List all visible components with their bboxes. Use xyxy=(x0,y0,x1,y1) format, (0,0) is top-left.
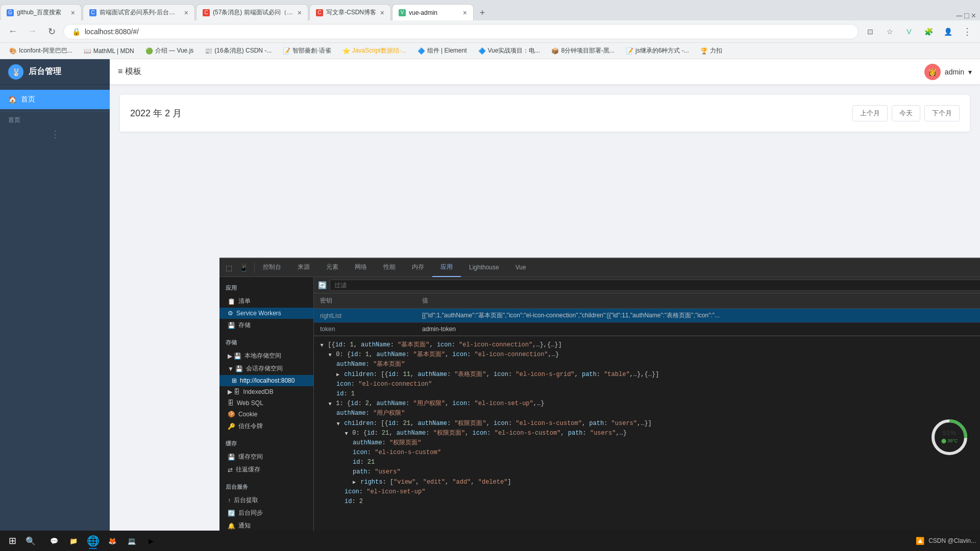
devtools-tab-sources[interactable]: 来源 xyxy=(289,259,318,277)
tab-github[interactable]: G github_百度搜索 × xyxy=(0,4,82,20)
devtools-tab-lighthouse[interactable]: Lighthouse xyxy=(461,259,507,277)
icon4-label: icon xyxy=(345,488,359,495)
bookmark-zhipu[interactable]: 📝 智部薔創·语雀 xyxy=(279,45,335,56)
cast-icon[interactable]: ⊡ xyxy=(863,24,878,39)
triangle-children2[interactable]: ▶ xyxy=(334,422,342,425)
prev-month-button[interactable]: 上个月 xyxy=(852,105,888,121)
back-forward-icon: ⇄ xyxy=(228,466,233,473)
tab-interview-close[interactable]: × xyxy=(184,9,188,17)
devtools-tab-network[interactable]: 网络 xyxy=(347,259,375,277)
maximize-button[interactable]: □ xyxy=(964,11,969,20)
bookmark-element[interactable]: 🔷 组件 | Element xyxy=(413,45,471,56)
taskbar-files[interactable]: 📁 xyxy=(64,532,83,550)
dt-item-web-sql[interactable]: 🗄 Web SQL xyxy=(219,397,313,409)
dt-item-notifications[interactable]: 🔔 通知 xyxy=(219,519,313,531)
bookmark-leetcode[interactable]: 🏆 力扣 xyxy=(696,45,726,56)
dt-item-trust-tokens[interactable]: 🔑 信任令牌 xyxy=(219,420,313,433)
triangle-child0[interactable]: ▶ xyxy=(342,432,350,435)
devtools-tab-elements[interactable]: 元素 xyxy=(318,259,347,277)
close-button[interactable]: × xyxy=(971,11,976,20)
extensions-icon[interactable]: 🧩 xyxy=(921,24,936,39)
back-button[interactable]: ← xyxy=(5,24,20,39)
service-workers-icon: ⚙ xyxy=(228,310,233,317)
bookmark-mathml[interactable]: 📖 MathML | MDN xyxy=(80,46,138,56)
dt-item-session-storage[interactable]: ▼ 💾 会话存储空间 xyxy=(219,362,313,375)
tab-csdn1-close[interactable]: × xyxy=(298,9,302,17)
table-row[interactable]: token admin-token xyxy=(314,323,980,336)
menu-button[interactable]: ⋮ xyxy=(960,24,975,39)
minimize-button[interactable]: ─ xyxy=(957,11,962,20)
search-button[interactable]: 🔍 xyxy=(22,533,39,549)
tab-vue-admin-close[interactable]: × xyxy=(463,9,467,17)
taskbar-chrome[interactable]: 🌐 xyxy=(84,532,102,550)
bookmark-deploy[interactable]: 📦 8分钟项目部署-黑... xyxy=(547,45,619,56)
dt-item-manifest[interactable]: 📋 清单 xyxy=(219,295,313,308)
grid-icon: ⊞ xyxy=(232,377,237,384)
bookmark-csdn-msg[interactable]: 📰 (16条消息) CSDN -... xyxy=(201,45,276,56)
refresh-icon[interactable]: 🔄 xyxy=(318,281,327,289)
bookmark-vuejs[interactable]: 🟢 介绍 — Vue.js xyxy=(141,45,198,56)
bookmark-vue-proj[interactable]: 🔷 Vue实战项目：电... xyxy=(474,45,545,56)
devtools-tab-application[interactable]: 应用 xyxy=(432,259,461,277)
dt-item-local-storage[interactable]: ▶ 💾 本地存储空间 xyxy=(219,349,313,362)
taskbar-chat[interactable]: 💬 xyxy=(45,532,63,550)
cookie-icon: 🍪 xyxy=(228,411,235,418)
dt-section-cache: 缓存 xyxy=(219,437,313,450)
topbar-user: 👸 admin ▾ xyxy=(924,64,972,80)
taskbar-vscode[interactable]: 💻 xyxy=(122,532,141,550)
dt-section-bg-services: 后台服务 xyxy=(219,480,313,494)
storage-overview-icon: 💾 xyxy=(228,322,235,329)
tab-interview[interactable]: C 前端面试官必问系列-后台系统的... × xyxy=(83,4,195,20)
dt-item-back-forward[interactable]: ⇄ 往返缓存 xyxy=(219,463,313,476)
devtools-tab-vue[interactable]: Vue xyxy=(507,259,534,277)
nav-item-home[interactable]: 🏠 首页 xyxy=(0,90,110,109)
reload-button[interactable]: ↻ xyxy=(44,24,59,39)
table-row[interactable]: rightList [{"id":1,"authName":"基本页面","ic… xyxy=(314,309,980,323)
next-month-button[interactable]: 下个月 xyxy=(924,105,960,121)
tab-csdn1[interactable]: C (57条消息) 前端面试必问（后台...) × xyxy=(196,4,308,20)
nav-item-divider: 首页 xyxy=(0,111,110,127)
today-button[interactable]: 今天 xyxy=(892,105,920,121)
forward-button[interactable]: → xyxy=(24,24,40,39)
bookmark-js-ds[interactable]: ⭐ JavaScript数据结-... xyxy=(338,45,410,56)
taskbar-firefox[interactable]: 🦊 xyxy=(103,532,121,550)
start-button[interactable]: ⊞ xyxy=(4,533,20,549)
triangle-1[interactable]: ▶ xyxy=(326,403,334,406)
tray-icon-1[interactable]: 🔼 xyxy=(916,537,924,545)
devtools-tab-memory[interactable]: 内存 xyxy=(404,259,432,277)
dt-item-bg-fetch[interactable]: ↑ 后台提取 xyxy=(219,494,313,507)
new-tab-button[interactable]: + xyxy=(475,5,490,20)
triangle-children[interactable]: ▶ xyxy=(336,371,339,379)
bookmark-iconfont[interactable]: 🎨 Iconfont-阿里巴巴... xyxy=(5,45,77,56)
tab-csdn2-close[interactable]: × xyxy=(380,9,384,17)
calendar-title: 2022 年 2 月 xyxy=(130,107,182,119)
tab-vue-admin[interactable]: V vue-admin × xyxy=(392,4,474,20)
tab-csdn2[interactable]: C 写文章-CSDN博客 × xyxy=(309,4,391,20)
filter-input[interactable] xyxy=(330,280,980,291)
profile-icon[interactable]: 👤 xyxy=(940,24,955,39)
bookmark-icon[interactable]: ☆ xyxy=(882,24,897,39)
dt-item-cookie[interactable]: 🍪 Cookie xyxy=(219,409,313,420)
app-logo: 🐰 xyxy=(8,64,23,80)
dt-item-indexeddb[interactable]: ▶ 🗄 IndexedDB xyxy=(219,386,313,397)
tab-github-close[interactable]: × xyxy=(71,9,75,17)
triangle-expand[interactable]: ▶ xyxy=(317,344,326,347)
devtools-inspect-icon[interactable]: ⬚ xyxy=(224,263,234,273)
dt-item-service-workers[interactable]: ⚙ Service Workers xyxy=(219,308,313,319)
taskbar-play[interactable]: ▶ xyxy=(142,532,160,550)
devtools-device-icon[interactable]: 📱 xyxy=(237,263,250,273)
devtools-tab-performance[interactable]: 性能 xyxy=(375,259,404,277)
violentmonkey-icon[interactable]: V xyxy=(901,24,917,39)
triangle-0[interactable]: ▶ xyxy=(326,354,334,357)
bookmark-js-inherit[interactable]: 📝 js继承的6种方式 -... xyxy=(622,45,693,56)
protocol-icon: 🔒 xyxy=(72,28,81,36)
bg-sync-icon: 🔄 xyxy=(228,510,235,517)
dt-item-bg-sync[interactable]: 🔄 后台同步 xyxy=(219,507,313,519)
devtools-tab-console[interactable]: 控制台 xyxy=(255,259,289,277)
dt-sub-item-localhost[interactable]: ⊞ http://localhost:8080 xyxy=(219,375,313,386)
dt-item-cache-storage[interactable]: 💾 缓存空间 xyxy=(219,450,313,463)
address-bar[interactable]: 🔒 localhost:8080/#/ xyxy=(63,24,859,39)
triangle-rights[interactable]: ▶ xyxy=(353,479,356,487)
authname2-label: authName xyxy=(336,410,366,417)
dt-item-storage-overview[interactable]: 💾 存储 xyxy=(219,319,313,332)
